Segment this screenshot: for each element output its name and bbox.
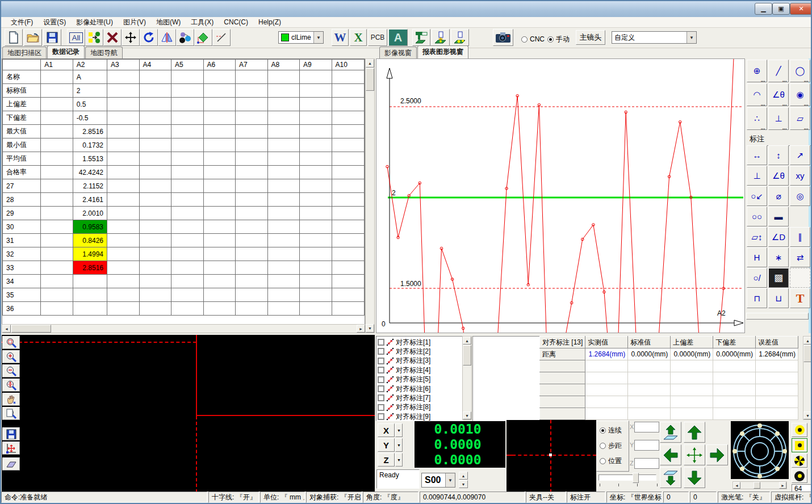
grid-cell[interactable] [171, 234, 204, 247]
grid-cell[interactable] [267, 261, 300, 275]
menu-item-5[interactable]: 地图(W) [151, 17, 186, 28]
axis-z-button[interactable]: Z [378, 453, 395, 467]
grid-cell[interactable] [139, 220, 171, 234]
annotation-checkbox[interactable] [378, 358, 384, 364]
axis-3d-tool[interactable]: ∗ [768, 247, 789, 267]
grid-row-header[interactable]: 30 [3, 220, 41, 234]
grid-cell[interactable] [73, 302, 107, 316]
grid-cell[interactable] [139, 247, 171, 261]
jog-z-up-button[interactable] [660, 422, 681, 443]
mini-camera-view[interactable] [507, 420, 596, 493]
zoom-in-button[interactable] [2, 350, 20, 363]
grid-row-header[interactable]: 最小值 [3, 138, 41, 152]
grid-col-header[interactable]: A10 [332, 60, 364, 70]
result-name-cell[interactable] [540, 408, 585, 420]
result-value-cell[interactable] [585, 408, 628, 420]
annotation-checkbox[interactable] [378, 348, 384, 355]
grid-cell[interactable] [300, 84, 332, 98]
plane-distance-tool[interactable]: ▱↕ [747, 227, 767, 247]
axis-z-dropdown[interactable]: ▼ [395, 453, 403, 467]
bracket-width-tool[interactable]: ⊔ [768, 288, 789, 308]
grid-cell[interactable]: 0.9583 [73, 220, 107, 234]
annotation-checkbox[interactable] [378, 376, 384, 383]
grid-cell[interactable] [236, 125, 268, 138]
circle-group-tool[interactable]: ∴... [747, 107, 767, 130]
result-value-cell[interactable] [585, 396, 628, 408]
scroll-up-icon[interactable]: ▲ [366, 59, 374, 68]
grid-cell[interactable] [332, 111, 364, 125]
result-value-cell[interactable]: 1.2684(mm) [585, 348, 628, 360]
grid-cell[interactable] [139, 234, 171, 247]
grid-cell[interactable] [332, 247, 364, 261]
board-tool-2-button[interactable] [432, 29, 450, 46]
grid-col-header[interactable]: A8 [267, 60, 300, 70]
grid-cell[interactable] [139, 193, 171, 207]
grid-row-header[interactable]: 33 [3, 261, 41, 275]
grid-cell[interactable] [41, 193, 73, 207]
export-pcb-button[interactable]: PCB [368, 29, 387, 46]
scroll-left-icon[interactable]: ◄ [2, 325, 11, 333]
grid-row-header[interactable]: 上偏差 [3, 98, 41, 111]
grid-cell[interactable] [139, 275, 171, 288]
menu-item-6[interactable]: 工具(X) [186, 17, 219, 28]
speed-slider[interactable] [598, 474, 658, 488]
grid-cell[interactable] [171, 84, 204, 98]
grid-cell[interactable] [41, 125, 73, 138]
grid-cell[interactable] [236, 138, 268, 152]
grid-cell[interactable] [107, 179, 140, 193]
grid-cell[interactable] [41, 302, 73, 316]
grid-cell[interactable] [300, 234, 332, 247]
grid-cell[interactable] [300, 193, 332, 207]
results-col-header[interactable]: 下偏差 [713, 337, 756, 348]
plane-tool[interactable]: ▱... [790, 107, 810, 130]
light-scroll-thumb[interactable] [754, 482, 760, 489]
restore-button[interactable]: ▣ [772, 3, 790, 15]
jog-stop-button[interactable] [684, 444, 705, 465]
result-name-cell[interactable] [540, 360, 585, 372]
annotation-checkbox[interactable] [378, 404, 384, 411]
grid-cell[interactable] [139, 302, 171, 316]
line-construct-button[interactable] [212, 29, 231, 46]
scroll-up-icon[interactable]: ▲ [463, 337, 471, 345]
grid-cell[interactable] [139, 152, 171, 166]
grid-cell[interactable] [236, 288, 268, 302]
rotate-button[interactable] [140, 29, 158, 46]
snapshot-button[interactable] [493, 29, 513, 46]
main-lens-button[interactable]: 主镜头 [576, 30, 605, 45]
result-name-cell[interactable] [540, 384, 585, 396]
grid-cell[interactable] [332, 125, 364, 138]
annotation-scroll-thumb[interactable] [463, 345, 471, 366]
grid-cell[interactable] [332, 138, 364, 152]
grid-cell[interactable] [267, 193, 300, 207]
grid-cell[interactable] [236, 261, 268, 275]
result-value-cell[interactable] [585, 384, 628, 396]
circle-point-tool[interactable]: ◉... [790, 83, 810, 106]
zoom-out-button[interactable] [2, 364, 20, 377]
scroll-down-icon[interactable]: ▼ [463, 411, 471, 419]
grid-cell[interactable] [203, 166, 236, 179]
grid-cell[interactable] [107, 302, 140, 316]
grid-col-header[interactable]: A5 [171, 60, 204, 70]
grid-cell[interactable] [203, 207, 236, 220]
grid-cell[interactable] [41, 288, 73, 302]
result-name-cell[interactable]: 距离 [540, 348, 585, 360]
grid-cell[interactable] [236, 302, 268, 316]
grid-cell[interactable] [332, 261, 364, 275]
grid-cell[interactable] [332, 302, 364, 316]
grid-cell[interactable] [41, 247, 73, 261]
radius-tool[interactable]: ○↙ [747, 186, 767, 206]
annotation-item[interactable]: 对齐标注[3] [378, 356, 430, 366]
move-origin-button[interactable] [2, 442, 20, 455]
grid-cell[interactable] [41, 138, 73, 152]
annotation-item[interactable]: 对齐标注[7] [378, 393, 430, 402]
grid-cell[interactable]: 2.0010 [73, 207, 107, 220]
parallel-lines-tool[interactable]: ∥ [790, 227, 810, 247]
result-value-cell[interactable] [671, 384, 713, 396]
grid-cell[interactable] [236, 275, 268, 288]
grid-cell[interactable]: 2.4161 [73, 193, 107, 207]
grid-cell[interactable] [41, 84, 73, 98]
grid-cell[interactable] [139, 179, 171, 193]
grid-cell[interactable] [267, 234, 300, 247]
grid-cell[interactable] [73, 275, 107, 288]
move-button[interactable] [122, 29, 140, 46]
